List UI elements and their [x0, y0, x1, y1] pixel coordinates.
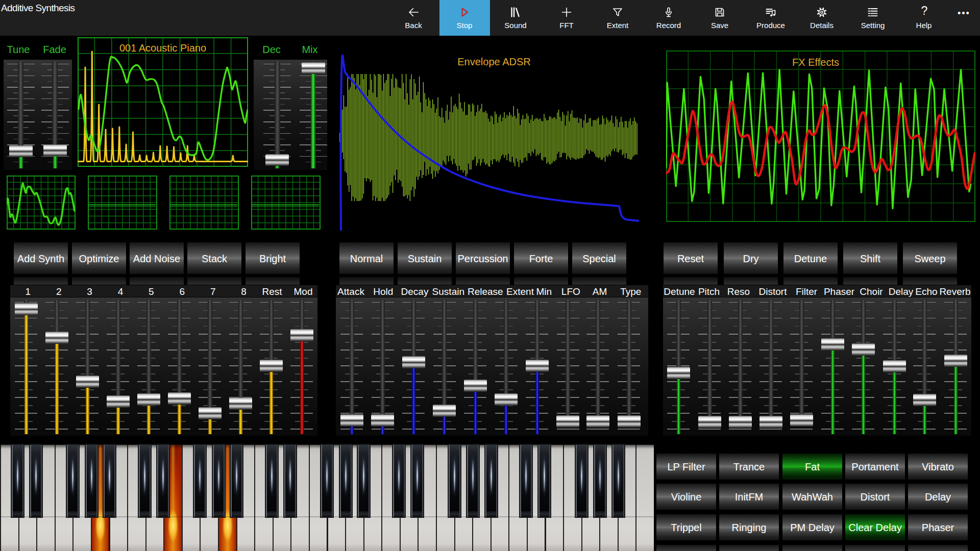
svg-text:Envelope ADSR: Envelope ADSR — [457, 56, 530, 67]
svg-text:FX Effects: FX Effects — [792, 57, 839, 68]
svg-text:001 Acoustic Piano: 001 Acoustic Piano — [119, 42, 206, 54]
